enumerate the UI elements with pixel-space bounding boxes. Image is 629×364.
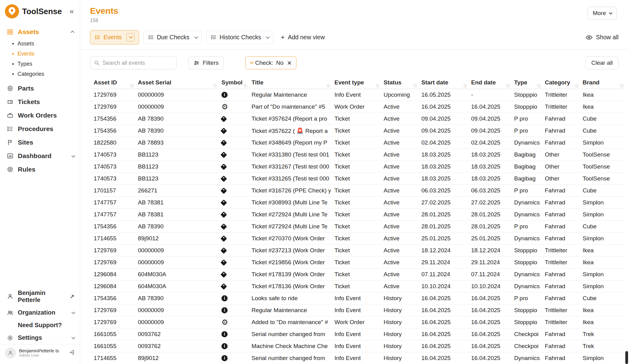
col-header-asset-serial[interactable]: Asset Serial	[134, 76, 218, 89]
filters-button[interactable]: Filters	[188, 56, 224, 69]
resize-grip[interactable]	[244, 84, 247, 87]
app-title: ToolSense	[22, 7, 68, 16]
table-row[interactable]: 1740573 BB1123 Ticket #331267 (Testi tes…	[90, 161, 624, 173]
more-button[interactable]: More	[588, 7, 617, 20]
table-row[interactable]: 1754356 AB 78390 Ticket #357622 ( 🚨 Repo…	[90, 125, 624, 137]
table-row[interactable]: 1747757 AB 78381 Ticket #272924 (Multi L…	[90, 209, 624, 221]
cell-category: Fahrrad	[541, 233, 579, 244]
resize-grip[interactable]	[463, 84, 467, 87]
col-header-end-date[interactable]: End date	[467, 76, 510, 89]
sidebar-item-procedures[interactable]: Procedures	[0, 122, 80, 136]
table-row[interactable]: 1701157 266271 Ticket #316726 (PPE Check…	[90, 185, 624, 197]
col-header-status[interactable]: Status	[380, 76, 418, 89]
resize-grip[interactable]	[575, 84, 578, 87]
table-row[interactable]: 1747757 AB 78381 Ticket #308993 (Multi L…	[90, 197, 624, 209]
cell-category: Trittleiter	[541, 304, 579, 316]
cell-event-type: Info Event	[331, 328, 380, 340]
cell-title: Ticket #331267 (Testi test 000	[248, 161, 331, 172]
table-row[interactable]: 1729769 00000009 Ticket #237213 (Work Or…	[90, 245, 624, 257]
cell-title: Regular Maintenance	[248, 304, 331, 316]
col-header-asset-id[interactable]: Asset ID	[90, 76, 134, 89]
bullet-icon	[12, 63, 14, 65]
table-row[interactable]: 1754356 AB 78390 Ticket #357624 (Report …	[90, 113, 624, 125]
show-all-toggle[interactable]: Show all	[585, 34, 619, 41]
col-header-category[interactable]: Category	[541, 76, 579, 89]
sidebar-item-label: Work Orders	[18, 112, 57, 119]
sidebar-item-assets[interactable]: Assets	[0, 25, 80, 39]
resize-grip[interactable]	[537, 84, 541, 87]
col-header-brand[interactable]: Brand	[579, 76, 624, 89]
scrollbar-thumb[interactable]	[625, 351, 628, 364]
cell-status: History	[380, 352, 418, 364]
resize-grip[interactable]	[376, 84, 379, 87]
cell-brand: Simplon	[579, 197, 624, 208]
col-header-type[interactable]: Type	[510, 76, 541, 89]
table-row[interactable]: 1714655 89j9012 Ticket #270370 (Work Ord…	[90, 233, 624, 245]
sidebar-item-rules[interactable]: Rules	[0, 163, 80, 176]
sidebar-item-parts[interactable]: Parts	[0, 82, 80, 95]
sidebar-collapse-button[interactable]: «	[68, 7, 76, 16]
resize-grip[interactable]	[214, 84, 217, 87]
col-header-title[interactable]: Title	[248, 76, 331, 89]
table-row[interactable]: 1661055 0093762 Serial number changed fr…	[90, 328, 624, 340]
table-row[interactable]: 1296084 604M030A Ticket #178139 (Work Or…	[90, 269, 624, 281]
tab-options-button[interactable]	[126, 33, 135, 41]
table-row[interactable]: 1296084 604M030A Ticket #178136 (Work Or…	[90, 281, 624, 292]
table-row[interactable]: 1661055 0093762 Machine Check Machine Ch…	[90, 340, 624, 352]
col-header-symbol[interactable]: Symbol	[218, 76, 248, 89]
sidebar-item-tickets[interactable]: Tickets	[0, 95, 80, 109]
sidebar-item-organization[interactable]: Organization	[0, 306, 80, 319]
close-icon[interactable]: ✕	[287, 60, 292, 67]
cell-brand: Simplon	[579, 281, 624, 292]
cell-category: Fahrrad	[541, 269, 579, 280]
ticket-icon	[221, 175, 227, 182]
resize-grip[interactable]	[414, 84, 417, 87]
cell-asset-id: 1729769	[90, 89, 134, 101]
sidebar-item-assets-types[interactable]: Types	[0, 59, 80, 69]
col-header-start-date[interactable]: Start date	[418, 76, 467, 89]
sidebar-item-dashboard[interactable]: Dashboard	[0, 149, 80, 163]
sidebar-item-assets-events[interactable]: Events	[0, 49, 80, 59]
table-row[interactable]: 1740573 BB1123 Ticket #331265 (Testi tes…	[90, 173, 624, 185]
table-row[interactable]: 1729769 00000009 Ticket #219856 (Work Or…	[90, 257, 624, 269]
ticket-icon	[221, 187, 227, 194]
sidebar-item-support[interactable]: Need Support?	[0, 319, 80, 331]
table-row[interactable]: 1729769 00000009 Regular Maintenance Inf…	[90, 89, 624, 101]
filter-chip-check[interactable]: Check: No ✕	[245, 56, 296, 69]
table-row[interactable]: 1740573 BB1123 Ticket #331380 (Testi tes…	[90, 149, 624, 161]
resize-grip[interactable]	[506, 84, 510, 87]
resize-grip[interactable]	[327, 84, 330, 87]
sidebar-item-assets-categories[interactable]: Categories	[0, 69, 80, 79]
sidebar-item-assets-assets[interactable]: Assets	[0, 39, 80, 49]
table-row[interactable]: 1754356 AB 78390 Ticket #272924 (Multi L…	[90, 221, 624, 233]
resize-grip[interactable]	[130, 84, 134, 87]
sidebar-item-settings[interactable]: Settings	[0, 331, 80, 344]
cell-title: Ticket #219856 (Work Order	[248, 257, 331, 268]
table-row[interactable]: 1822580 AB 78893 Ticket #348649 (Report …	[90, 137, 624, 149]
sidebar-item-profile[interactable]: Benjamin Petterle ↗	[0, 287, 80, 306]
sidebar-item-label: Rules	[18, 166, 35, 173]
cell-end-date: 16.04.2025	[467, 292, 510, 304]
table-row[interactable]: 1754356 AB 78390 Looks safe to ride Info…	[90, 292, 624, 304]
search-input[interactable]	[90, 56, 177, 69]
resize-grip[interactable]	[620, 84, 623, 87]
clear-all-button[interactable]: Clear all	[585, 56, 619, 69]
cell-brand: Cube	[579, 292, 624, 304]
add-new-view-button[interactable]: + Add new view	[278, 31, 328, 44]
chevron-down-icon	[72, 153, 76, 157]
sidebar-item-work-orders[interactable]: Work Orders	[0, 109, 80, 122]
table-row[interactable]: 1729769 00000009 Added to "Do maintenanc…	[90, 316, 624, 328]
table-row[interactable]: 1729769 00000009 Regular Maintenance Inf…	[90, 304, 624, 316]
table-row[interactable]: 1714655 89j9012 Serial number changed fr…	[90, 352, 624, 364]
logout-button[interactable]	[69, 349, 75, 357]
cell-title: Ticket #178139 (Work Order	[248, 269, 331, 280]
tab-events[interactable]: Events	[90, 30, 139, 45]
col-header-event-type[interactable]: Event type	[331, 76, 380, 89]
user-account[interactable]: BenjaminPetterle ts Admin User	[0, 344, 80, 363]
table-row[interactable]: 1729769 00000009 Part of "Do maintenance…	[90, 101, 624, 113]
sidebar-item-label: Tickets	[18, 98, 40, 106]
sidebar-item-sites[interactable]: Sites	[0, 136, 80, 149]
tab-historic-checks[interactable]: Historic Checks	[206, 31, 273, 44]
cell-brand: ToolSense	[579, 161, 624, 172]
tab-due-checks[interactable]: Due Checks	[143, 31, 202, 44]
